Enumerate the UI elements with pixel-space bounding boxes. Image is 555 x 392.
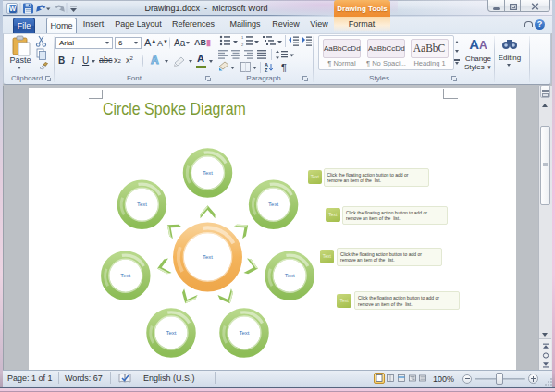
svg-text:Text: Text (239, 330, 249, 336)
svg-text:Text: Text (137, 202, 147, 207)
svg-text:2: 2 (241, 43, 244, 47)
svg-text:Text: Text (285, 273, 295, 278)
svg-text:Text: Text (120, 273, 130, 278)
svg-text:¶: ¶ (281, 62, 287, 73)
svg-text:1: 1 (241, 35, 244, 40)
svg-text:Text: Text (166, 330, 176, 336)
svg-text:Text: Text (203, 170, 213, 176)
svg-text:Z: Z (265, 67, 268, 73)
svg-text:Text: Text (203, 254, 213, 260)
svg-text:Text: Text (268, 202, 278, 207)
